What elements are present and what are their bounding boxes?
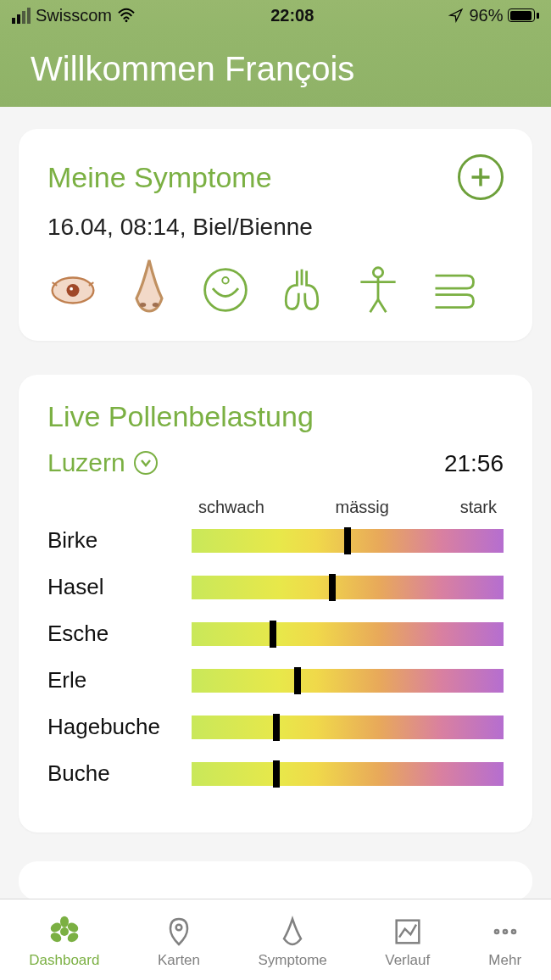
battery-icon	[508, 8, 539, 22]
digestion-icon[interactable]	[429, 264, 480, 315]
pollen-row: Erle	[47, 667, 504, 693]
svg-point-11	[222, 277, 229, 284]
symptoms-card: Meine Symptome 16.04, 08:14, Biel/Bienne	[19, 129, 532, 341]
body-icon[interactable]	[353, 264, 404, 315]
tab-label: Mehr	[488, 952, 521, 969]
pollen-marker	[294, 667, 301, 694]
page-header: Willkommen François	[0, 31, 551, 107]
symptom-nose-icon	[276, 915, 309, 949]
status-left: Swisscom	[12, 6, 136, 25]
tab-karten[interactable]: Karten	[158, 915, 200, 969]
nose-icon[interactable]	[124, 264, 175, 315]
svg-point-19	[60, 916, 69, 927]
pollen-row: Buche	[47, 760, 504, 787]
wifi-icon	[117, 8, 136, 23]
pollen-row: Esche	[47, 621, 504, 647]
pollen-bar	[192, 576, 504, 599]
more-icon	[488, 915, 522, 949]
welcome-title: Willkommen François	[31, 50, 354, 88]
carrier-label: Swisscom	[36, 6, 112, 25]
tab-label: Karten	[158, 952, 200, 969]
pollen-title: Live Pollenbelastung	[47, 400, 504, 433]
scale-low: schwach	[198, 498, 264, 517]
pollen-time: 21:56	[444, 450, 504, 477]
plus-icon	[469, 165, 493, 189]
pollen-row: Hasel	[47, 574, 504, 600]
pollen-bar	[192, 529, 504, 553]
tab-bar: Dashboard Karten Symptome Verlauf Mehr	[0, 899, 551, 980]
next-card-peek	[19, 861, 532, 899]
pollen-bar	[192, 716, 504, 739]
signal-icon	[12, 8, 31, 24]
status-bar: Swisscom 22:08 96%	[0, 0, 551, 31]
battery-pct: 96%	[469, 6, 503, 25]
svg-point-28	[512, 929, 515, 933]
svg-point-24	[176, 924, 182, 930]
status-right: 96%	[448, 6, 539, 25]
scale-high: stark	[460, 498, 497, 517]
tab-label: Dashboard	[29, 952, 99, 969]
svg-point-10	[205, 270, 247, 311]
pollen-row: Hagebuche	[47, 714, 504, 740]
tab-label: Verlauf	[385, 952, 430, 969]
tab-dashboard[interactable]: Dashboard	[29, 915, 99, 969]
svg-line-16	[370, 299, 378, 312]
symptom-icons-row	[47, 264, 504, 315]
svg-point-4	[67, 284, 80, 297]
pollen-name: Erle	[47, 667, 192, 693]
lungs-icon[interactable]	[276, 264, 327, 315]
content-area: Meine Symptome 16.04, 08:14, Biel/Bienne	[0, 107, 551, 899]
symptom-meta: 16.04, 08:14, Biel/Bienne	[47, 214, 504, 241]
mouth-icon[interactable]	[200, 264, 251, 315]
location-arrow-icon	[448, 8, 464, 23]
pollen-scale-labels: schwach mässig stark	[47, 498, 504, 517]
pollen-marker	[273, 714, 280, 741]
tab-verlauf[interactable]: Verlauf	[385, 915, 430, 969]
tab-label: Symptome	[259, 952, 327, 969]
chevron-down-icon	[134, 451, 158, 475]
svg-line-17	[378, 299, 386, 312]
tab-mehr[interactable]: Mehr	[488, 915, 522, 969]
pollen-marker	[270, 621, 276, 648]
symptoms-title: Meine Symptome	[47, 161, 272, 194]
add-symptom-button[interactable]	[458, 154, 504, 200]
eye-icon[interactable]	[47, 264, 98, 315]
pollen-card: Live Pollenbelastung Luzern 21:56 schwac…	[19, 375, 532, 832]
svg-point-13	[373, 268, 382, 277]
pollen-name: Hagebuche	[47, 714, 192, 740]
pollen-marker	[329, 574, 336, 601]
status-time: 22:08	[270, 6, 314, 25]
svg-point-26	[495, 929, 498, 933]
svg-point-18	[60, 927, 69, 936]
pollen-rows: BirkeHaselEscheErleHagebucheBuche	[47, 527, 504, 787]
pollen-bar	[192, 762, 504, 786]
svg-point-0	[125, 19, 128, 22]
location-label: Luzern	[47, 448, 125, 477]
svg-point-8	[140, 303, 147, 307]
pollen-bar	[192, 669, 504, 693]
pollen-name: Hasel	[47, 574, 192, 600]
pollen-marker	[273, 760, 280, 788]
svg-point-27	[504, 929, 507, 933]
svg-point-5	[70, 287, 73, 290]
scale-mid: mässig	[336, 498, 389, 517]
pollen-name: Esche	[47, 621, 192, 647]
svg-point-9	[153, 303, 159, 307]
map-pin-icon	[162, 915, 196, 949]
dashboard-icon	[47, 915, 81, 949]
pollen-name: Birke	[47, 527, 192, 554]
chart-icon	[391, 915, 425, 949]
pollen-marker	[344, 527, 351, 554]
location-selector[interactable]: Luzern	[47, 448, 158, 477]
pollen-row: Birke	[47, 527, 504, 554]
tab-symptome[interactable]: Symptome	[259, 915, 327, 969]
pollen-bar	[192, 622, 504, 646]
pollen-name: Buche	[47, 760, 192, 787]
